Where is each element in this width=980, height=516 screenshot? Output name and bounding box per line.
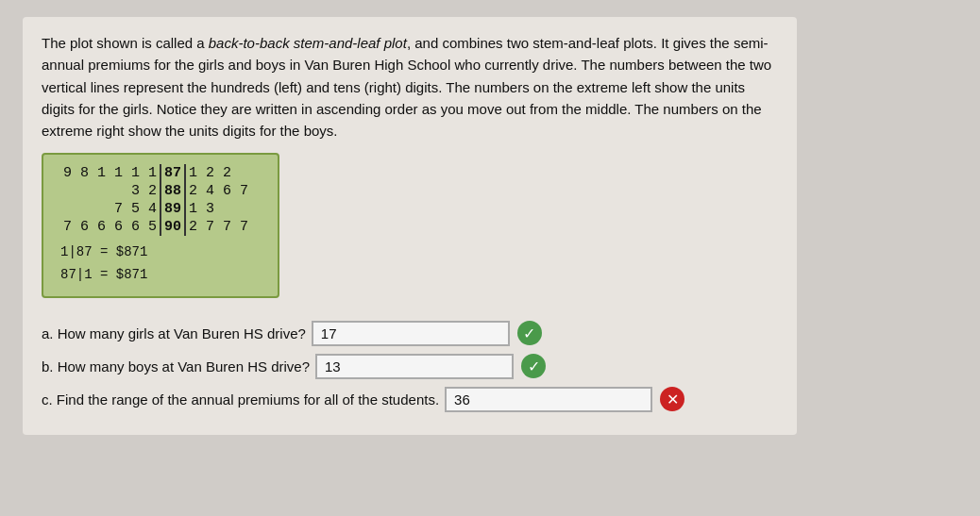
stem-cell: 89: [161, 200, 185, 218]
questions-section: a. How many girls at Van Buren HS drive?…: [42, 321, 778, 412]
correct-icon: ✓: [521, 354, 546, 378]
legend-line: 1|87 = $871: [60, 241, 261, 264]
stem-row: 9 8 1 1 1 1 87 1 2 2: [60, 164, 261, 182]
stem-row: 7 5 4 89 1 3: [60, 200, 261, 218]
answer-input-a[interactable]: [312, 321, 510, 346]
legend-section: 1|87 = $87187|1 = $871: [60, 241, 261, 287]
question-row-b: b. How many boys at Van Buren HS drive?✓: [42, 354, 778, 379]
stem-cell: 87: [161, 164, 185, 182]
stem-leaf-table: 9 8 1 1 1 1 87 1 2 2 3 2 88 2 4 6 7 7 5 …: [42, 153, 279, 298]
answer-input-b[interactable]: [315, 354, 514, 379]
question-row-c: c. Find the range of the annual premiums…: [42, 387, 778, 412]
girls-cell: 3 2: [60, 182, 161, 200]
stem-cell: 88: [161, 182, 185, 200]
question-label-a: a. How many girls at Van Buren HS drive?: [42, 325, 306, 341]
correct-icon: ✓: [517, 321, 542, 345]
content-area: The plot shown is called a back-to-back …: [23, 17, 797, 435]
boys-cell: 1 2 2: [185, 164, 261, 182]
girls-cell: 7 6 6 6 6 5: [60, 218, 161, 236]
stem-row: 3 2 88 2 4 6 7: [60, 182, 261, 200]
incorrect-icon: ✕: [660, 387, 684, 411]
answer-input-c[interactable]: [445, 387, 652, 412]
stem-cell: 90: [161, 218, 185, 236]
question-label-c: c. Find the range of the annual premiums…: [42, 391, 439, 408]
girls-cell: 7 5 4: [60, 200, 161, 218]
stem-row: 7 6 6 6 6 5 90 2 7 7 7: [60, 218, 261, 236]
question-label-b: b. How many boys at Van Buren HS drive?: [42, 358, 310, 375]
description-paragraph: The plot shown is called a back-to-back …: [42, 32, 778, 141]
stem-leaf-data: 9 8 1 1 1 1 87 1 2 2 3 2 88 2 4 6 7 7 5 …: [60, 164, 261, 236]
question-row-a: a. How many girls at Van Buren HS drive?…: [42, 321, 778, 346]
boys-cell: 2 4 6 7: [185, 182, 261, 200]
girls-cell: 9 8 1 1 1 1: [60, 164, 161, 182]
boys-cell: 2 7 7 7: [185, 218, 261, 236]
boys-cell: 1 3: [185, 200, 261, 218]
legend-line: 87|1 = $871: [60, 264, 261, 287]
